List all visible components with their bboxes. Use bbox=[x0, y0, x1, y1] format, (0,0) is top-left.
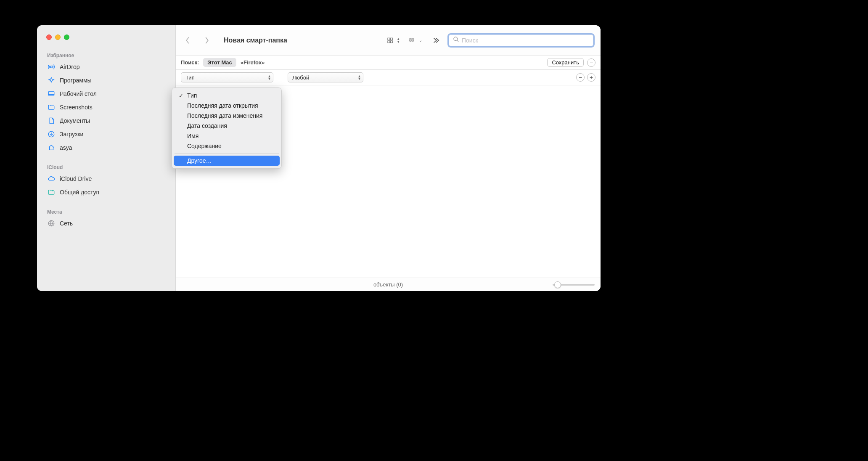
dropdown-item-label: Дата создания bbox=[187, 122, 227, 129]
add-row-button[interactable]: + bbox=[587, 73, 595, 82]
sidebar-section-places: Места bbox=[37, 207, 175, 217]
sidebar-item-label: Рабочий стол bbox=[60, 90, 97, 97]
home-icon bbox=[47, 143, 56, 152]
sidebar-item-label: Программы bbox=[60, 77, 92, 84]
minimize-window-button[interactable] bbox=[55, 34, 61, 40]
dropdown-item-last-modified[interactable]: Последняя дата изменения bbox=[172, 111, 281, 121]
document-icon bbox=[47, 117, 56, 125]
apps-icon bbox=[47, 76, 56, 85]
dropdown-separator bbox=[175, 153, 279, 154]
sidebar-item-label: Документы bbox=[60, 117, 90, 124]
sidebar-item-label: asya bbox=[60, 144, 72, 151]
sidebar-item-label: Загрузки bbox=[60, 131, 83, 138]
desktop-icon bbox=[47, 90, 56, 98]
svg-rect-12 bbox=[409, 40, 410, 42]
chevron-down-icon: ⌄ bbox=[419, 38, 422, 42]
dropdown-item-created[interactable]: Дата создания bbox=[172, 121, 281, 131]
dropdown-item-contents[interactable]: Содержание bbox=[172, 141, 281, 151]
svg-rect-5 bbox=[388, 38, 390, 40]
status-text: объекты (0) bbox=[373, 281, 403, 288]
dropdown-item-label: Имя bbox=[187, 132, 198, 139]
folder-icon bbox=[47, 103, 56, 111]
svg-rect-14 bbox=[413, 40, 414, 42]
sidebar: Избранное AirDrop Программы Рабочий стол… bbox=[37, 25, 176, 291]
dropdown-item-type[interactable]: ✓ Тип bbox=[172, 90, 281, 101]
downloads-icon bbox=[47, 130, 56, 138]
checkmark-icon: ✓ bbox=[178, 93, 184, 99]
dropdown-item-label: Тип bbox=[187, 92, 197, 99]
dropdown-item-other[interactable]: Другое… bbox=[174, 156, 280, 166]
close-window-button[interactable] bbox=[46, 34, 52, 40]
status-bar: объекты (0) bbox=[176, 278, 601, 291]
cloud-icon bbox=[47, 175, 56, 183]
remove-criteria-button[interactable]: − bbox=[587, 58, 595, 67]
back-button[interactable] bbox=[182, 34, 193, 46]
search-scope-bar: Поиск: Этот Mac «Firefox» Сохранить − bbox=[176, 56, 601, 70]
sidebar-section-icloud: iCloud bbox=[37, 162, 175, 172]
svg-rect-13 bbox=[411, 40, 412, 42]
sidebar-item-desktop[interactable]: Рабочий стол bbox=[37, 87, 175, 101]
sidebar-item-apps[interactable]: Программы bbox=[37, 74, 175, 87]
dropdown-item-name[interactable]: Имя bbox=[172, 131, 281, 141]
network-icon bbox=[47, 219, 56, 228]
dropdown-item-last-opened[interactable]: Последняя дата открытия bbox=[172, 101, 281, 111]
more-toolbar-button[interactable] bbox=[431, 37, 440, 44]
toolbar-view-controls: ▴▾ ⌄ bbox=[387, 37, 440, 44]
criteria-attribute-select[interactable]: Тип ▴▾ bbox=[181, 72, 273, 82]
sidebar-item-label: iCloud Drive bbox=[60, 175, 92, 182]
svg-rect-6 bbox=[391, 38, 393, 40]
toolbar: Новая смарт-папка ▴▾ ⌄ bbox=[176, 25, 601, 56]
sidebar-item-label: Сеть bbox=[60, 220, 73, 227]
svg-rect-8 bbox=[391, 40, 393, 42]
dropdown-item-label: Другое… bbox=[187, 157, 212, 164]
dropdown-item-label: Последняя дата открытия bbox=[187, 102, 258, 109]
scope-current-folder[interactable]: «Firefox» bbox=[241, 59, 265, 66]
search-icon bbox=[453, 36, 459, 44]
group-by-button[interactable]: ⌄ bbox=[409, 37, 422, 44]
icon-size-slider[interactable] bbox=[553, 284, 595, 286]
sidebar-item-downloads[interactable]: Загрузки bbox=[37, 127, 175, 141]
sidebar-item-screenshots[interactable]: Screenshots bbox=[37, 101, 175, 114]
sidebar-item-airdrop[interactable]: AirDrop bbox=[37, 60, 175, 74]
fullscreen-window-button[interactable] bbox=[64, 34, 69, 40]
svg-rect-1 bbox=[48, 92, 54, 95]
svg-point-15 bbox=[454, 37, 458, 41]
updown-icon: ▴▾ bbox=[268, 75, 270, 80]
svg-rect-11 bbox=[413, 38, 414, 40]
save-search-button[interactable]: Сохранить bbox=[547, 58, 584, 67]
search-input[interactable] bbox=[462, 37, 589, 44]
finder-window: Избранное AirDrop Программы Рабочий стол… bbox=[37, 25, 601, 291]
main-pane: Новая смарт-папка ▴▾ ⌄ bbox=[176, 25, 601, 291]
sidebar-item-home[interactable]: asya bbox=[37, 141, 175, 154]
svg-point-0 bbox=[50, 66, 53, 68]
select-value: Любой bbox=[292, 74, 309, 81]
sidebar-item-label: AirDrop bbox=[60, 64, 79, 70]
scope-this-mac[interactable]: Этот Mac bbox=[203, 58, 236, 67]
dropdown-item-label: Последняя дата изменения bbox=[187, 112, 262, 119]
criteria-row: Тип ▴▾ — Любой ▴▾ − + bbox=[176, 70, 601, 85]
scope-label: Поиск: bbox=[181, 59, 199, 66]
sidebar-section-favorites: Избранное bbox=[37, 50, 175, 60]
forward-button[interactable] bbox=[201, 34, 213, 46]
select-value: Тип bbox=[185, 74, 195, 81]
svg-rect-9 bbox=[409, 38, 410, 40]
svg-rect-10 bbox=[411, 38, 412, 40]
shared-folder-icon bbox=[47, 188, 56, 196]
window-title: Новая смарт-папка bbox=[224, 37, 287, 44]
dropdown-item-label: Содержание bbox=[187, 143, 222, 149]
updown-icon: ▴▾ bbox=[397, 37, 400, 43]
search-field[interactable] bbox=[447, 33, 595, 48]
sidebar-item-documents[interactable]: Документы bbox=[37, 114, 175, 127]
criteria-separator: — bbox=[278, 74, 283, 81]
sidebar-item-shared[interactable]: Общий доступ bbox=[37, 185, 175, 199]
sidebar-item-icloud-drive[interactable]: iCloud Drive bbox=[37, 172, 175, 185]
svg-point-3 bbox=[52, 190, 53, 191]
criteria-value-select[interactable]: Любой ▴▾ bbox=[288, 72, 363, 82]
view-icons-button[interactable]: ▴▾ bbox=[387, 37, 400, 44]
updown-icon: ▴▾ bbox=[358, 75, 360, 80]
remove-row-button[interactable]: − bbox=[576, 73, 585, 82]
airdrop-icon bbox=[47, 63, 56, 71]
sidebar-item-network[interactable]: Сеть bbox=[37, 217, 175, 230]
sidebar-item-label: Общий доступ bbox=[60, 189, 99, 196]
svg-rect-7 bbox=[388, 40, 390, 42]
